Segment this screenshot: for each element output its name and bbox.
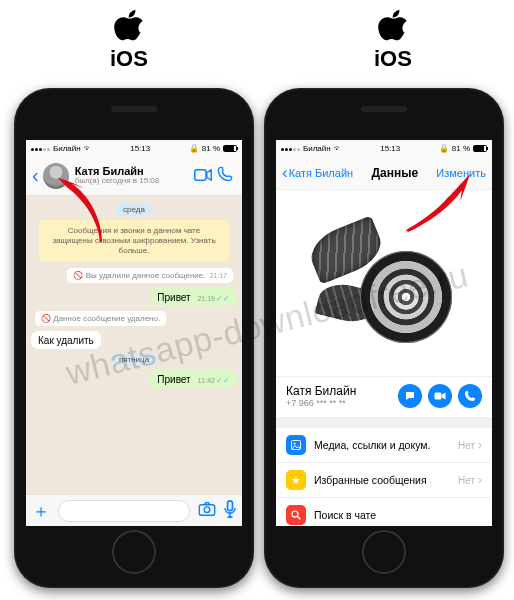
msg-out[interactable]: Привет 11:42✓✓	[150, 370, 237, 388]
media-icon	[286, 435, 306, 455]
screen-info: Билайн ᯤ 15:13 🔒 81 % ‹ Катя Билайн Данн…	[276, 140, 492, 526]
avatar[interactable]	[43, 163, 69, 189]
apple-icon	[114, 8, 144, 44]
svg-rect-0	[195, 170, 206, 181]
info-item-fav[interactable]: ★ Избранные сообщения Нет ›	[276, 463, 492, 498]
date-pill: среда	[115, 203, 153, 216]
deleted-msg-other: 🚫 Данное сообщение удалено.	[35, 311, 166, 326]
read-ticks-icon: ✓✓	[216, 294, 230, 303]
star-icon: ★	[286, 470, 306, 490]
phone-mockup-chat: Билайн ᯤ 15:13 🔒 81 % ‹ Катя Билайн был(…	[14, 88, 254, 588]
info-item-search[interactable]: Поиск в чате	[276, 498, 492, 526]
ios-text: iOS	[374, 46, 412, 71]
read-ticks-icon: ✓✓	[216, 376, 230, 385]
item-label: Поиск в чате	[314, 509, 482, 521]
camera-icon[interactable]	[198, 502, 216, 519]
battery-pct: 81 %	[452, 144, 470, 153]
search-icon	[286, 505, 306, 525]
wifi-icon: ᯤ	[334, 144, 342, 153]
signal-icon	[281, 144, 300, 153]
screen-chat: Билайн ᯤ 15:13 🔒 81 % ‹ Катя Билайн был(…	[26, 140, 242, 526]
apple-icon	[378, 8, 408, 44]
info-header: ‹ Катя Билайн Данные Изменить	[276, 156, 492, 190]
back-label: Катя Билайн	[289, 167, 353, 179]
deleted-msg-you: 🚫 Вы удалили данное сообщение.21:17	[67, 268, 233, 283]
video-action-icon[interactable]	[428, 384, 452, 408]
carrier-label: Билайн	[303, 144, 331, 153]
encryption-banner[interactable]: Сообщения и звонки в данном чате защищен…	[39, 220, 229, 262]
contact-name: Катя Билайн	[286, 384, 392, 398]
signal-icon	[31, 144, 50, 153]
lock-icon: 🔒	[439, 144, 449, 153]
chevron-right-icon: ›	[478, 438, 482, 452]
chat-messages[interactable]: среда Сообщения и звонки в данном чате з…	[26, 196, 242, 494]
call-action-icon[interactable]	[458, 384, 482, 408]
video-call-icon[interactable]	[192, 167, 214, 184]
item-value: Нет	[458, 475, 475, 486]
mic-icon[interactable]	[224, 500, 236, 521]
svg-point-6	[294, 443, 296, 445]
msg-in[interactable]: Как удалить	[31, 331, 101, 349]
back-icon[interactable]: ‹	[32, 164, 41, 187]
msg-out[interactable]: Привет 21:19✓✓	[150, 288, 237, 306]
phone-mockup-info: Билайн ᯤ 15:13 🔒 81 % ‹ Катя Билайн Данн…	[264, 88, 504, 588]
info-item-media[interactable]: Медиа, ссылки и докум. Нет ›	[276, 428, 492, 463]
svg-point-7	[292, 511, 298, 517]
chat-last-seen: был(а) сегодня в 15:08	[75, 177, 192, 185]
voice-call-icon[interactable]	[214, 166, 236, 185]
battery-icon	[473, 145, 487, 152]
message-input[interactable]	[58, 500, 190, 522]
info-list: Медиа, ссылки и докум. Нет › ★ Избранные…	[276, 428, 492, 526]
edit-button[interactable]: Изменить	[436, 167, 486, 179]
rose-image	[304, 203, 464, 363]
ios-logo-right: iOS	[374, 8, 412, 72]
ios-logo-left: iOS	[110, 8, 148, 72]
back-button[interactable]: ‹ Катя Билайн	[282, 163, 353, 183]
status-bar: Билайн ᯤ 15:13 🔒 81 %	[26, 140, 242, 156]
ios-text: iOS	[110, 46, 148, 71]
attach-icon[interactable]: ＋	[32, 499, 50, 523]
svg-point-2	[204, 507, 210, 513]
clock: 15:13	[130, 144, 150, 153]
message-action-icon[interactable]	[398, 384, 422, 408]
section-gap	[276, 418, 492, 428]
contact-row: Катя Билайн +7 966 *** ** **	[276, 376, 492, 418]
battery-icon	[223, 145, 237, 152]
contact-phone: +7 966 *** ** **	[286, 398, 392, 408]
contact-photo[interactable]	[276, 190, 492, 376]
clock: 15:13	[380, 144, 400, 153]
chevron-left-icon: ‹	[282, 163, 288, 183]
date-pill: пятница	[111, 353, 157, 366]
lock-icon: 🔒	[189, 144, 199, 153]
carrier-label: Билайн	[53, 144, 81, 153]
svg-rect-3	[228, 501, 233, 511]
battery-pct: 81 %	[202, 144, 220, 153]
chevron-right-icon: ›	[478, 473, 482, 487]
wifi-icon: ᯤ	[84, 144, 92, 153]
item-label: Избранные сообщения	[314, 474, 458, 486]
chat-title-block[interactable]: Катя Билайн был(а) сегодня в 15:08	[75, 166, 192, 186]
page-title: Данные	[371, 166, 418, 180]
svg-rect-4	[435, 393, 442, 400]
item-label: Медиа, ссылки и докум.	[314, 439, 458, 451]
item-value: Нет	[458, 440, 475, 451]
chat-header[interactable]: ‹ Катя Билайн был(а) сегодня в 15:08	[26, 156, 242, 196]
chat-input-bar: ＋	[26, 494, 242, 526]
status-bar: Билайн ᯤ 15:13 🔒 81 %	[276, 140, 492, 156]
